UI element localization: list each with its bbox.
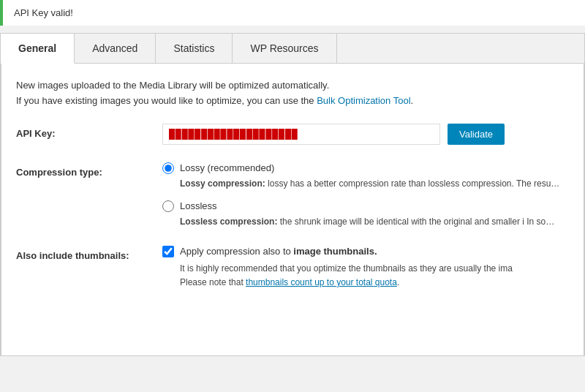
lossless-label[interactable]: Lossless [162,200,569,212]
thumbnails-label: Also include thumbnails: [16,246,162,261]
api-key-notice: API Key valid! [0,0,585,26]
thumbnails-checkbox-label[interactable]: Apply compression also to image thumbnai… [162,246,569,257]
lossless-desc-bold: Lossless compression: [180,216,277,227]
api-key-valid-text: API Key valid! [14,7,73,18]
lossy-desc-text: lossy has a better compression rate than… [265,178,560,189]
lossless-desc-text: the shrunk image will be identical with … [277,216,560,227]
api-key-input[interactable] [162,124,440,145]
compression-type-field: Lossy (recommended) Lossy compression: l… [162,162,569,228]
thumbnails-desc-line2-after: . [397,277,399,287]
validate-button[interactable]: Validate [448,124,505,145]
thumbnails-row: Also include thumbnails: Apply compressi… [16,246,569,290]
tab-general[interactable]: General [1,34,75,64]
api-key-label: API Key: [16,124,162,139]
intro-line1: New images uploaded to the Media Library… [16,78,569,94]
intro-text: New images uploaded to the Media Library… [16,78,569,109]
api-key-row: API Key: Validate [16,124,569,145]
thumbnails-checkbox[interactable] [162,246,174,257]
lossy-label[interactable]: Lossy (recommended) [162,162,569,174]
lossy-label-text: Lossy (recommended) [180,162,274,173]
thumbnails-text-before: Apply compression also to [180,246,293,257]
api-key-field: Validate [162,124,569,145]
thumbnails-field: Apply compression also to image thumbnai… [162,246,569,290]
thumbnails-desc: It is highly recommended that you optimi… [180,262,560,290]
lossless-option: Lossless Lossless compression: the shrun… [162,200,569,228]
thumbnails-text-bold: image thumbnails. [293,246,377,257]
thumbnails-desc-line2: Please note that thumbnails count up to … [180,276,560,290]
lossless-label-text: Lossless [180,200,217,211]
lossy-desc: Lossy compression: lossy has a better co… [180,177,560,190]
thumbnails-desc-line2-before: Please note that [180,277,246,287]
thumbnails-desc-line1: It is highly recommended that you optimi… [180,262,560,276]
tab-content-general: New images uploaded to the Media Library… [1,64,584,356]
tab-advanced[interactable]: Advanced [75,34,156,63]
intro-line2: If you have existing images you would li… [16,94,569,109]
intro-line2-before: If you have existing images you would li… [16,95,317,106]
intro-line2-after: . [411,95,414,106]
lossy-radio[interactable] [162,162,174,174]
compression-type-label: Compression type: [16,162,162,178]
tabs-nav: General Advanced Statistics WP Resources [1,34,584,64]
compression-type-row: Compression type: Lossy (recommended) Lo… [16,162,569,228]
thumbnails-checkbox-text: Apply compression also to image thumbnai… [180,246,377,257]
tab-statistics[interactable]: Statistics [156,34,233,63]
checkbox-group: Apply compression also to image thumbnai… [162,246,569,290]
lossless-desc: Lossless compression: the shrunk image w… [180,215,560,228]
lossless-radio[interactable] [162,200,174,212]
lossy-option: Lossy (recommended) Lossy compression: l… [162,162,569,190]
bulk-optimization-link[interactable]: Bulk Optimization Tool [317,95,410,106]
tabs-container: General Advanced Statistics WP Resources… [0,33,585,356]
lossy-desc-bold: Lossy compression: [180,178,265,189]
thumbnails-quota-link[interactable]: thumbnails count up to your total quota [246,277,397,287]
tab-wp-resources[interactable]: WP Resources [233,34,336,63]
radio-group: Lossy (recommended) Lossy compression: l… [162,162,569,228]
